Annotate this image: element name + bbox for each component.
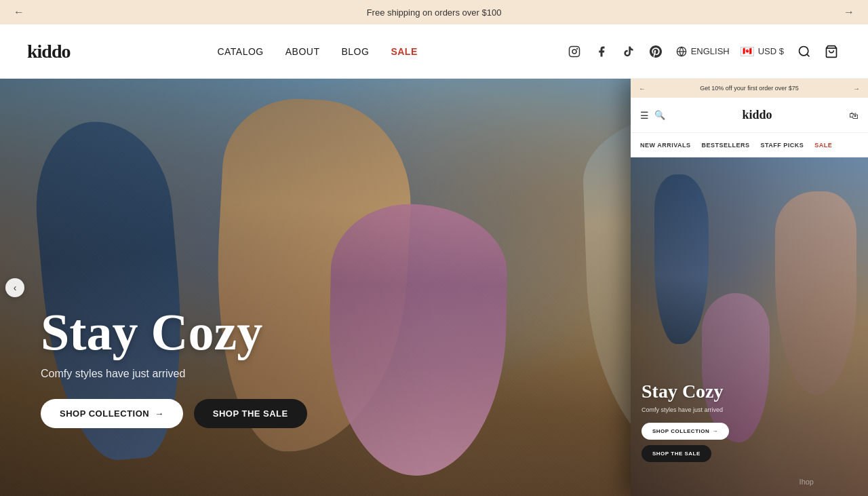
mobile-header-icons: 🛍	[849, 110, 859, 121]
hero-section: Stay Cozy Comfy styles have just arrived…	[0, 79, 868, 496]
instagram-icon[interactable]	[565, 42, 584, 61]
nav-link-about[interactable]: ABOUT	[285, 46, 320, 57]
search-button[interactable]	[795, 42, 814, 61]
svg-point-2	[576, 47, 578, 49]
nav-item-about[interactable]: ABOUT	[285, 45, 320, 58]
site-header: kiddo CATALOG ABOUT BLOG SALE	[0, 24, 868, 79]
language-selector[interactable]: ENGLISH	[676, 46, 730, 57]
mobile-shop-sale-button[interactable]: SHOP THE SALE	[642, 445, 711, 462]
shop-collection-button[interactable]: SHOP COLLECTION →	[41, 399, 183, 428]
mobile-mockup: ← Get 10% off your first order over $75 …	[631, 79, 868, 496]
mobile-hero-content: Stay Cozy Comfy styles have just arrived…	[642, 381, 729, 462]
mobile-hamburger-icon: ☰	[640, 110, 649, 121]
social-icons	[565, 42, 665, 61]
cart-button[interactable]	[822, 42, 841, 61]
mobile-nav-sale: SALE	[814, 142, 832, 149]
mobile-screen: ← Get 10% off your first order over $75 …	[631, 79, 868, 496]
nav-item-blog[interactable]: BLOG	[341, 45, 369, 58]
nav-link-blog[interactable]: BLOG	[341, 46, 369, 57]
announcement-prev-button[interactable]: ←	[14, 6, 24, 18]
mobile-search-icon: 🔍	[654, 110, 665, 120]
mobile-shop-collection-button[interactable]: SHOP COLLECTION →	[642, 423, 729, 440]
svg-point-5	[800, 46, 808, 55]
mobile-arrow-icon: →	[712, 428, 718, 434]
currency-label: USD $	[758, 46, 784, 56]
hero-title: Stay Cozy	[41, 305, 307, 360]
mobile-cart-icon: 🛍	[849, 110, 859, 121]
mobile-announcement-bar: ← Get 10% off your first order over $75 …	[631, 79, 868, 98]
nav-link-sale[interactable]: SALE	[391, 46, 417, 57]
currency-selector[interactable]: 🇨🇦 USD $	[741, 46, 784, 56]
canadian-flag-icon: 🇨🇦	[741, 47, 754, 56]
mobile-hero-title: Stay Cozy	[642, 381, 729, 402]
mobile-nav-bestsellers: BESTSELLERS	[702, 142, 750, 149]
mobile-logo: kiddo	[742, 108, 772, 122]
mobile-nav-staff-picks: STAFF PICKS	[761, 142, 804, 149]
mobile-header: ☰ 🔍 kiddo 🛍	[631, 98, 868, 133]
header-right: ENGLISH 🇨🇦 USD $	[565, 42, 841, 61]
mobile-hero-subtitle: Comfy styles have just arrived	[642, 406, 729, 413]
facebook-icon[interactable]	[592, 42, 611, 61]
scroll-left-indicator[interactable]: ‹	[5, 278, 24, 297]
main-nav: CATALOG ABOUT BLOG SALE	[217, 45, 417, 58]
mobile-prev-arrow: ←	[639, 85, 646, 92]
svg-point-1	[572, 50, 576, 54]
announcement-text: Free shipping on orders over $100	[367, 7, 502, 18]
announcement-next-button[interactable]: →	[844, 6, 854, 18]
hero-content: Stay Cozy Comfy styles have just arrived…	[41, 305, 307, 428]
language-label: ENGLISH	[691, 46, 730, 56]
mobile-next-arrow: →	[853, 85, 860, 92]
shop-sale-button[interactable]: SHOP THE SALE	[194, 399, 307, 428]
nav-link-catalog[interactable]: CATALOG	[217, 46, 263, 57]
mobile-hero: Stay Cozy Comfy styles have just arrived…	[631, 157, 868, 496]
hero-buttons: SHOP COLLECTION → SHOP THE SALE	[41, 399, 307, 428]
header-action-icons	[795, 42, 841, 61]
mobile-nav-new-arrivals: NEW ARRIVALS	[640, 142, 691, 149]
svg-rect-0	[569, 46, 579, 56]
hero-subtitle: Comfy styles have just arrived	[41, 368, 307, 380]
arrow-icon: →	[155, 408, 164, 419]
mobile-announcement-text: Get 10% off your first order over $75	[700, 85, 798, 92]
nav-item-catalog[interactable]: CATALOG	[217, 45, 263, 58]
announcement-bar: ← Free shipping on orders over $100 →	[0, 0, 868, 24]
mobile-nav: NEW ARRIVALS BESTSELLERS STAFF PICKS SAL…	[631, 133, 868, 157]
pinterest-icon[interactable]	[646, 42, 665, 61]
shop-collection-label: SHOP COLLECTION	[60, 408, 149, 419]
svg-line-6	[807, 54, 810, 56]
site-logo[interactable]: kiddo	[27, 41, 71, 62]
mobile-collection-label: SHOP COLLECTION	[652, 428, 709, 434]
ihop-label: Ihop	[800, 478, 814, 486]
tiktok-icon[interactable]	[619, 42, 638, 61]
nav-item-sale[interactable]: SALE	[391, 45, 417, 58]
